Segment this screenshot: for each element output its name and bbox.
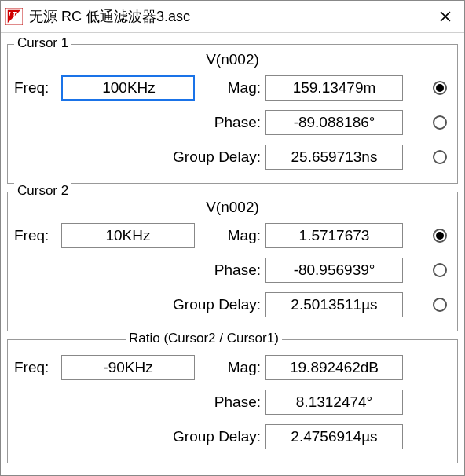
cursor1-freq-input[interactable]: 100KHz — [61, 75, 195, 101]
cursor2-group: Cursor 2 V(n002) Freq: 10KHz Mag: 1.5717… — [7, 192, 458, 331]
app-icon: LT — [5, 8, 23, 25]
cursor1-mag-input[interactable]: 159.13479m — [265, 75, 403, 101]
cursor2-phase-input[interactable]: -80.956939° — [265, 258, 403, 283]
cursor2-phase-label: Phase: — [214, 262, 265, 279]
client-area: Cursor 1 V(n002) Freq: 100KHz Mag: 159.1… — [1, 33, 464, 475]
cursor2-freq-label: Freq: — [14, 227, 61, 244]
cursor2-gd-radio[interactable] — [433, 298, 447, 312]
cursor1-legend: Cursor 1 — [14, 35, 71, 51]
ratio-freq-label: Freq: — [14, 359, 61, 376]
ratio-mag-label: Mag: — [214, 359, 265, 376]
close-icon — [440, 11, 451, 22]
cursor2-mag-input[interactable]: 1.5717673 — [265, 223, 403, 248]
cursor1-freq-label: Freq: — [14, 79, 61, 97]
cursor2-mag-label: Mag: — [214, 227, 265, 244]
cursor1-freq-value: 100KHz — [102, 79, 156, 97]
cursor2-mag-radio[interactable] — [433, 229, 447, 243]
ratio-gd-input[interactable]: 2.4756914µs — [265, 424, 403, 449]
cursor1-phase-label: Phase: — [214, 114, 265, 131]
cursor-dialog: LT 无源 RC 低通滤波器3.asc Cursor 1 V(n002) Fre… — [0, 0, 465, 476]
ratio-phase-label: Phase: — [214, 394, 265, 411]
close-button[interactable] — [427, 1, 464, 32]
ratio-gd-label: Group Delay: — [108, 428, 265, 445]
ratio-legend: Ratio (Cursor2 / Cursor1) — [126, 331, 282, 346]
cursor2-gd-input[interactable]: 2.5013511µs — [265, 292, 403, 317]
cursor1-signal: V(n002) — [14, 51, 451, 68]
window-title: 无源 RC 低通滤波器3.asc — [29, 7, 427, 26]
cursor2-legend: Cursor 2 — [14, 183, 71, 199]
ratio-group: Ratio (Cursor2 / Cursor1) Freq: -90KHz M… — [7, 339, 458, 463]
cursor1-mag-label: Mag: — [214, 79, 265, 97]
cursor1-phase-radio[interactable] — [433, 115, 447, 130]
cursor1-gd-input[interactable]: 25.659713ns — [265, 145, 403, 170]
cursor1-gd-label: Group Delay: — [108, 148, 265, 166]
ratio-mag-input[interactable]: 19.892462dB — [265, 355, 403, 380]
cursor1-gd-radio[interactable] — [433, 150, 447, 164]
cursor2-phase-radio[interactable] — [433, 263, 447, 277]
titlebar[interactable]: LT 无源 RC 低通滤波器3.asc — [1, 1, 464, 33]
ratio-phase-input[interactable]: 8.1312474° — [265, 390, 403, 415]
svg-text:LT: LT — [9, 10, 18, 18]
ratio-freq-input[interactable]: -90KHz — [61, 355, 195, 380]
cursor1-phase-input[interactable]: -89.088186° — [265, 110, 403, 135]
cursor2-signal: V(n002) — [14, 199, 451, 216]
cursor2-gd-label: Group Delay: — [108, 296, 265, 313]
cursor2-freq-input[interactable]: 10KHz — [61, 223, 195, 248]
cursor1-mag-radio[interactable] — [433, 81, 447, 95]
cursor1-group: Cursor 1 V(n002) Freq: 100KHz Mag: 159.1… — [7, 44, 458, 184]
